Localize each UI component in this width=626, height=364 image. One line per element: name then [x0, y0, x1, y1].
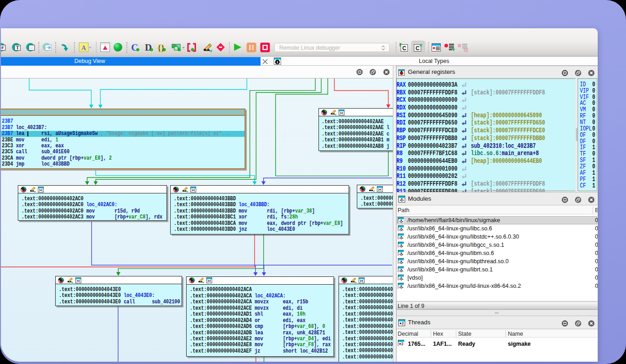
svg-text:C: C: [402, 45, 407, 52]
svg-text:A: A: [81, 44, 86, 52]
svg-text:T: T: [16, 45, 19, 50]
svg-text:{}: {}: [158, 43, 165, 52]
svg-text:···: ···: [30, 47, 33, 50]
svg-text:C: C: [416, 45, 420, 52]
svg-text:#: #: [1, 45, 4, 50]
